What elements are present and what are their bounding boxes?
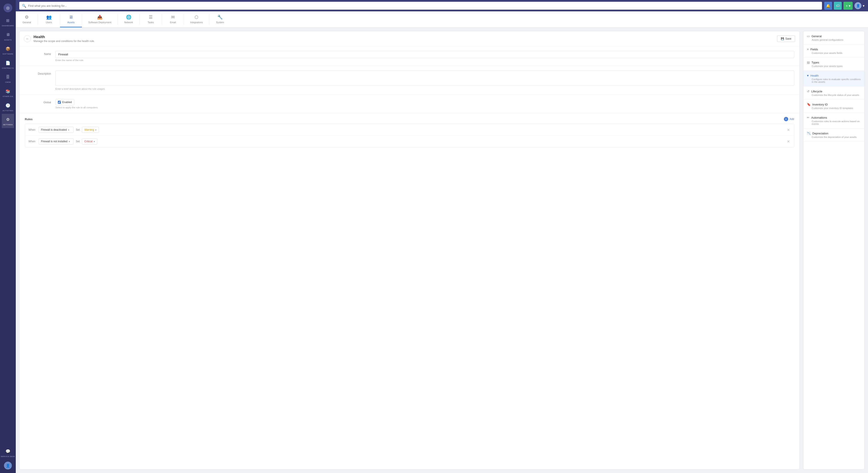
tab-assets[interactable]: 🖥 Assets [60, 11, 82, 27]
tag-button[interactable]: 🏷 [834, 2, 842, 10]
rs-item-inventory-id[interactable]: 🔖 Inventory ID Customize your inventory … [803, 100, 864, 113]
tab-network[interactable]: 🌐 Network [118, 11, 140, 27]
page-content: ← Health Manage the scope and conditions… [16, 28, 868, 473]
tab-label-general: General [22, 21, 31, 24]
enabled-checkbox[interactable] [58, 101, 61, 104]
tab-nav: ⚙ General 👥 Users 🖥 Assets 📤 Software De… [16, 11, 868, 28]
main-area: 🔍 🔔 🏷 + ▾ 👤 ▾ ⚙ General 👥 Users 🖥 Assets… [16, 0, 868, 473]
tab-integrations[interactable]: ⬡ Integrations [184, 11, 209, 27]
topbar: 🔍 🔔 🏷 + ▾ 👤 ▾ [16, 0, 868, 11]
enabled-label: Enabled [62, 101, 72, 104]
tab-label-email: Email [170, 21, 176, 24]
tab-label-network: Network [124, 21, 133, 24]
global-row: Global Enabled Select to apply the rule … [20, 95, 799, 113]
when-label-rule-2: When [29, 140, 36, 143]
name-input[interactable] [55, 51, 794, 58]
rs-icon-general: ▭ [807, 34, 810, 38]
rs-title-types: ▤ Types [807, 61, 861, 64]
sidebar-item-contracts[interactable]: 📄 Contracts [2, 57, 14, 72]
rs-title-inventory-id: 🔖 Inventory ID [807, 103, 861, 106]
severity-select-rule-1[interactable]: Warning ▾ [82, 127, 99, 133]
rs-item-lifecycle[interactable]: ↺ Lifecycle Customize the lifecycle stat… [803, 87, 864, 100]
tab-icon-integrations: ⬡ [194, 14, 198, 20]
topbar-chevron: ▾ [863, 4, 865, 8]
save-button[interactable]: 💾 Save [777, 35, 795, 42]
tab-software-deployment[interactable]: 📤 Software Deployment [82, 11, 117, 27]
tab-users[interactable]: 👥 Users [38, 11, 60, 27]
rs-label-types: Types [811, 61, 819, 64]
tab-icon-network: 🌐 [126, 14, 131, 20]
enabled-checkbox-wrap[interactable]: Enabled [55, 99, 74, 105]
add-rule-icon: + [784, 117, 788, 121]
tab-system[interactable]: 🔧 System [209, 11, 231, 27]
sidebar-label-cmdb: CMDB [5, 81, 11, 83]
tab-icon-software-deployment: 📤 [97, 14, 102, 20]
topbar-user[interactable]: 👤 ▾ [855, 2, 865, 9]
avatar-icon: 👤 [6, 464, 10, 468]
rs-title-general: ▭ General [807, 34, 861, 38]
sidebar-logo: ◎ [3, 3, 12, 12]
description-field-wrap: Enter a brief description about the rule… [55, 70, 794, 90]
rs-item-health[interactable]: ♥ Health Configure rules to evaluate spe… [803, 71, 864, 87]
sidebar-icon-other-cis: 📚 [4, 88, 11, 95]
rules-section: Rules + Add When Firewall is deactivated… [20, 113, 799, 151]
remove-rule-button-rule-1[interactable]: ✕ [786, 128, 790, 132]
sidebar-label-software: Software [2, 53, 13, 55]
rs-item-depreciation[interactable]: 📉 Depreciation Customize the depreciatio… [803, 129, 864, 142]
set-label-rule-2: Set [76, 140, 80, 143]
rs-desc-fields: Customize your assets fields [807, 52, 861, 54]
rs-icon-inventory-id: 🔖 [807, 103, 811, 106]
tab-tasks[interactable]: ☰ Tasks [140, 11, 162, 27]
condition-value-rule-1: Firewall is deactivated [41, 128, 67, 131]
name-label: Name [25, 51, 51, 62]
rs-icon-lifecycle: ↺ [807, 90, 809, 93]
sidebar-avatar[interactable]: 👤 [4, 462, 12, 470]
tab-icon-system: 🔧 [217, 14, 223, 20]
condition-select-rule-2[interactable]: Firewall is not installed ▾ [38, 138, 73, 144]
sidebar-label-assets: Assets [4, 39, 12, 41]
rs-icon-fields: ≡ [807, 47, 809, 51]
search-input[interactable] [28, 4, 819, 7]
rules-container: When Firewall is deactivated ▾ Set Warni… [25, 124, 794, 147]
topbar-avatar-icon: 👤 [855, 2, 861, 9]
sidebar-item-software[interactable]: 📦 Software [2, 43, 14, 57]
tab-general[interactable]: ⚙ General [16, 11, 38, 27]
rs-item-general[interactable]: ▭ General Assets general configurations [803, 31, 864, 44]
sidebar-item-activities[interactable]: 🕐 Activities [2, 100, 14, 114]
condition-chevron-rule-1: ▾ [68, 129, 69, 131]
rs-icon-types: ▤ [807, 61, 810, 64]
sidebar-item-settings[interactable]: ⚙ Settings [2, 114, 14, 128]
save-icon: 💾 [781, 37, 784, 40]
topbar-actions: 🔔 🏷 + ▾ 👤 ▾ [824, 2, 865, 10]
condition-select-rule-1[interactable]: Firewall is deactivated ▾ [38, 127, 73, 133]
add-rule-button[interactable]: + Add [784, 117, 794, 121]
tab-email[interactable]: ✉ Email [162, 11, 184, 27]
search-icon: 🔍 [22, 4, 26, 8]
severity-select-rule-2[interactable]: Critical ▾ [82, 138, 97, 144]
health-header-left: ← Health Manage the scope and conditions… [24, 35, 95, 43]
description-textarea[interactable] [55, 70, 794, 86]
notification-button[interactable]: 🔔 [824, 2, 832, 10]
sidebar-item-dashboard[interactable]: ⊞ Dashboard [2, 15, 14, 29]
tab-icon-general: ⚙ [25, 14, 29, 20]
rs-item-types[interactable]: ▤ Types Customize your assets types [803, 58, 864, 71]
health-title-block: Health Manage the scope and conditions f… [33, 35, 95, 43]
rs-item-automations[interactable]: ✏ Automations Customize rules to execute… [803, 113, 864, 129]
save-label: Save [785, 37, 791, 40]
when-label-rule-1: When [29, 128, 36, 131]
description-hint: Enter a brief description about the rule… [55, 88, 794, 90]
rs-item-fields[interactable]: ≡ Fields Customize your assets fields [803, 44, 864, 58]
sidebar-icon-contracts: 📄 [4, 60, 11, 67]
sidebar-item-other-cis[interactable]: 📚 Other CIS [2, 86, 14, 100]
sidebar-item-cmdb[interactable]: 🗄 CMDB [2, 71, 14, 86]
rs-label-lifecycle: Lifecycle [811, 90, 823, 93]
back-button[interactable]: ← [24, 35, 31, 42]
tab-label-integrations: Integrations [190, 21, 203, 24]
severity-value-rule-1: Warning [84, 128, 94, 131]
rs-icon-health: ♥ [807, 74, 809, 77]
add-button[interactable]: + ▾ [843, 2, 852, 10]
health-title: Health [33, 35, 95, 39]
sidebar-item-service-desk[interactable]: 💬 Service Desk [1, 446, 15, 460]
sidebar-item-assets[interactable]: 🖥 Assets [2, 29, 14, 43]
remove-rule-button-rule-2[interactable]: ✕ [786, 139, 790, 144]
